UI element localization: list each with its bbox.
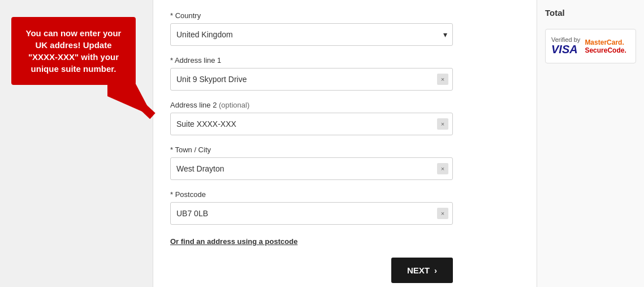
city-label: * Town / City	[170, 145, 453, 154]
postcode-clear-icon: ×	[441, 210, 444, 217]
postcode-input-wrapper: ×	[170, 202, 453, 225]
city-field-group: * Town / City ×	[170, 145, 453, 180]
country-label: * Country	[170, 11, 453, 20]
address2-input-wrapper: ×	[170, 113, 453, 135]
postcode-label: * Postcode	[170, 190, 453, 199]
next-button-label: NEXT	[407, 265, 430, 275]
find-address-link[interactable]: Or find an address using a postcode	[170, 237, 297, 246]
form-section: * Country United Kingdom United States G…	[170, 11, 453, 283]
address2-label: Address line 2 (optional)	[170, 101, 453, 109]
city-clear-button[interactable]: ×	[437, 163, 448, 174]
tooltip-message: You can now enter your UK addres! Update…	[26, 28, 122, 74]
right-panel: Total Verified by VISA MasterCard. Secur…	[537, 0, 644, 287]
address2-clear-button[interactable]: ×	[437, 118, 448, 130]
mastercard-label: MasterCard.	[585, 38, 626, 46]
visa-logo: VISA	[551, 43, 580, 56]
city-input-wrapper: ×	[170, 157, 453, 180]
verified-by-text: Verified by	[551, 36, 580, 43]
postcode-input[interactable]	[170, 202, 453, 225]
find-address-wrapper: Or find an address using a postcode	[170, 235, 453, 246]
tooltip-box: You can now enter your UK addres! Update…	[11, 17, 136, 85]
country-select[interactable]: United Kingdom United States Germany	[170, 23, 453, 46]
mastercard-block: MasterCard. SecureCode.	[585, 38, 626, 54]
tooltip-arrow	[107, 79, 158, 125]
address1-input-wrapper: ×	[170, 68, 453, 91]
total-label: Total	[545, 8, 636, 18]
svg-line-1	[113, 79, 153, 116]
next-button[interactable]: NEXT ›	[391, 258, 453, 283]
city-input[interactable]	[170, 157, 453, 180]
address2-clear-icon: ×	[441, 121, 444, 127]
securecode-label: SecureCode.	[585, 46, 626, 54]
country-field-group: * Country United Kingdom United States G…	[170, 11, 453, 46]
postcode-field-group: * Postcode ×	[170, 190, 453, 225]
left-panel: You can now enter your UK addres! Update…	[0, 0, 153, 287]
address1-label: * Address line 1	[170, 56, 453, 65]
main-panel: * Country United Kingdom United States G…	[153, 0, 537, 287]
visa-verified-block: Verified by VISA	[551, 36, 580, 56]
next-chevron-icon: ›	[434, 265, 437, 275]
next-button-wrapper: NEXT ›	[170, 246, 453, 283]
address1-field-group: * Address line 1 ×	[170, 56, 453, 91]
address2-optional: (optional)	[219, 101, 249, 109]
address1-input[interactable]	[170, 68, 453, 91]
verified-box: Verified by VISA MasterCard. SecureCode.	[545, 29, 636, 63]
address1-clear-icon: ×	[441, 76, 444, 83]
address2-field-group: Address line 2 (optional) ×	[170, 101, 453, 135]
postcode-clear-button[interactable]: ×	[437, 208, 448, 219]
address2-input[interactable]	[170, 113, 453, 135]
city-clear-icon: ×	[441, 165, 444, 172]
address1-clear-button[interactable]: ×	[437, 74, 448, 85]
country-select-wrapper: United Kingdom United States Germany ▾	[170, 23, 453, 46]
